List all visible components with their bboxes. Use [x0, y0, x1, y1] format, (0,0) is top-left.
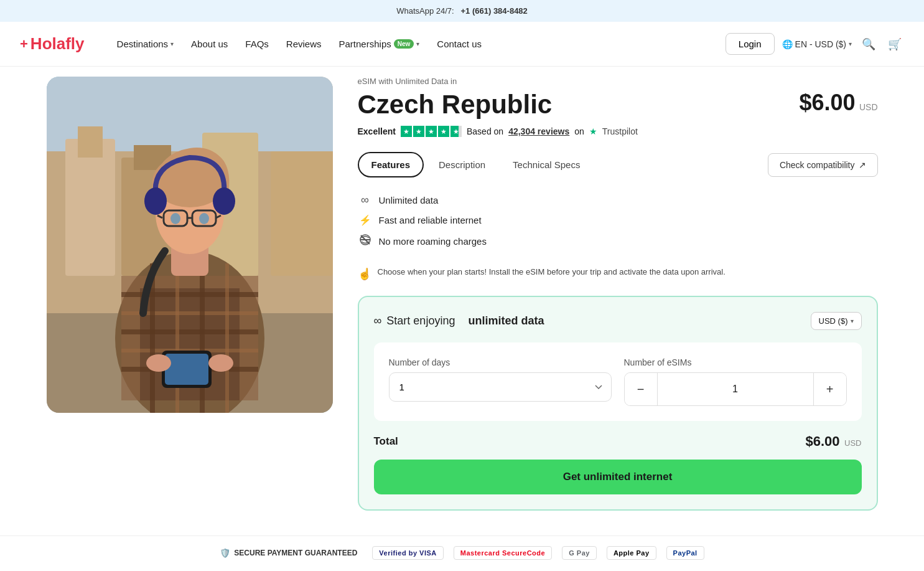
- lightning-icon: ⚡: [358, 214, 373, 226]
- logo[interactable]: +Holafly: [20, 34, 85, 54]
- navigation: +Holafly Destinations ▾ About us FAQs Re…: [0, 22, 924, 67]
- shield-icon: 🛡️: [220, 548, 230, 558]
- esim-counter: − 1 +: [624, 372, 847, 406]
- star-rating: ★ ★ ★ ★ ★: [401, 126, 462, 137]
- check-compatibility-button[interactable]: Check compatibility ↗: [768, 153, 878, 177]
- svg-point-31: [170, 213, 180, 224]
- currency-selector[interactable]: USD ($) ▾: [811, 312, 862, 330]
- check-compat-label: Check compatibility: [780, 160, 855, 170]
- esims-label: Number of eSIMs: [624, 357, 847, 367]
- new-badge: New: [394, 39, 414, 49]
- gpay-logo: G Pay: [562, 546, 597, 560]
- star-4: ★: [438, 126, 449, 137]
- days-label: Number of days: [389, 357, 612, 367]
- nav-destinations[interactable]: Destinations ▾: [110, 34, 182, 54]
- reviews-link[interactable]: 42,304 reviews: [508, 126, 569, 136]
- trustpilot-name: Trustpilot: [602, 126, 638, 136]
- search-icon: 🔍: [862, 38, 875, 50]
- days-selector: Number of days 1 3 5 7 10 14 30: [389, 357, 612, 406]
- tab-description[interactable]: Description: [426, 152, 498, 177]
- feature-item-unlimited: ∞ Unlimited data: [358, 190, 878, 210]
- price-amount: $6.00: [799, 90, 855, 115]
- chevron-down-icon: ▾: [416, 40, 419, 47]
- star-3: ★: [426, 126, 437, 137]
- esim-label: eSIM with Unlimited Data in: [358, 77, 878, 86]
- nav-right: Login 🌐 EN - USD ($) ▾ 🔍 🛒: [726, 33, 904, 55]
- svg-rect-34: [165, 354, 208, 385]
- counter-value: 1: [657, 373, 814, 405]
- unlimited-bold: unlimited data: [468, 314, 544, 328]
- star-1: ★: [401, 126, 412, 137]
- get-internet-button[interactable]: Get unlimited internet: [374, 460, 862, 494]
- install-notice: ☝️ Choose when your plan starts! Install…: [358, 265, 878, 283]
- language-selector[interactable]: 🌐 EN - USD ($) ▾: [782, 39, 852, 49]
- chevron-down-icon: ▾: [849, 40, 852, 47]
- increment-button[interactable]: +: [814, 373, 846, 405]
- star-5: ★: [450, 126, 462, 137]
- search-button[interactable]: 🔍: [859, 35, 878, 54]
- purchase-card: ∞ Start enjoying unlimited data USD ($) …: [358, 296, 878, 511]
- feature-text-roaming: No more roaming charges: [379, 236, 487, 247]
- purchase-card-header: ∞ Start enjoying unlimited data USD ($) …: [374, 312, 862, 330]
- svg-point-35: [146, 354, 171, 372]
- selectors-grid: Number of days 1 3 5 7 10 14 30 Number o…: [389, 357, 847, 406]
- features-list: ∞ Unlimited data ⚡ Fast and reliable int…: [358, 190, 878, 252]
- top-bar: WhatsApp 24/7: +1 (661) 384-8482: [0, 0, 924, 22]
- currency-label: USD ($): [819, 316, 848, 326]
- reviews-row: Excellent ★ ★ ★ ★ ★ Based on 42,304 revi…: [358, 126, 878, 137]
- svg-rect-3: [78, 126, 103, 158]
- lang-label: EN - USD ($): [795, 39, 846, 49]
- product-details: eSIM with Unlimited Data in Czech Republ…: [358, 77, 878, 511]
- footer-bar: 🛡️ SECURE PAYMENT GUARANTEED Verified by…: [0, 536, 924, 570]
- price-currency: USD: [859, 102, 878, 112]
- selectors-row: Number of days 1 3 5 7 10 14 30 Number o…: [374, 342, 862, 421]
- product-price: $6.00 USD: [799, 90, 877, 116]
- main-content: eSIM with Unlimited Data in Czech Republ…: [27, 67, 898, 536]
- chevron-down-icon: ▾: [851, 318, 854, 324]
- nav-links: Destinations ▾ About us FAQs Reviews Par…: [110, 34, 726, 54]
- paypal-logo: PayPal: [666, 546, 704, 560]
- phone-link[interactable]: +1 (661) 384-8482: [461, 6, 528, 16]
- svg-point-24: [144, 187, 167, 215]
- feature-item-roaming: No more roaming charges: [358, 230, 878, 252]
- days-select[interactable]: 1 3 5 7 10 14 30: [389, 372, 612, 402]
- tab-features[interactable]: Features: [358, 152, 424, 177]
- chevron-down-icon: ▾: [170, 40, 174, 47]
- nav-reviews[interactable]: Reviews: [279, 34, 329, 54]
- no-roaming-icon: [358, 234, 373, 248]
- cart-icon: 🛒: [888, 38, 902, 50]
- mastercard-logo: Mastercard SecureCode: [454, 546, 552, 560]
- feature-item-fast: ⚡ Fast and reliable internet: [358, 210, 878, 230]
- cart-button[interactable]: 🛒: [885, 35, 904, 54]
- product-title: Czech Republic: [358, 90, 553, 120]
- svg-point-25: [213, 187, 235, 215]
- nav-partnerships[interactable]: Partnerships New ▾: [332, 34, 427, 54]
- login-button[interactable]: Login: [726, 33, 775, 55]
- trustpilot-star-icon: ★: [589, 126, 597, 136]
- secure-label: SECURE PAYMENT GUARANTEED: [234, 549, 357, 557]
- visa-logo: Verified by VISA: [372, 546, 443, 560]
- total-currency: USD: [844, 438, 861, 448]
- total-price-row: $6.00 USD: [806, 433, 862, 450]
- nav-faqs[interactable]: FAQs: [238, 34, 276, 54]
- svg-rect-2: [65, 139, 115, 276]
- total-row: Total $6.00 USD: [374, 433, 862, 450]
- globe-icon: 🌐: [782, 39, 793, 49]
- unlimited-label: ∞ Start enjoying unlimited data: [374, 314, 544, 328]
- notice-text: Choose when your plan starts! Install th…: [378, 267, 726, 276]
- esims-selector: Number of eSIMs − 1 +: [624, 357, 847, 406]
- svg-rect-7: [271, 151, 333, 276]
- tab-technical-specs[interactable]: Technical Specs: [500, 152, 592, 177]
- product-title-row: Czech Republic $6.00 USD: [358, 90, 878, 120]
- rating-label: Excellent: [358, 126, 396, 136]
- applepay-logo: Apple Pay: [607, 546, 656, 560]
- nav-about[interactable]: About us: [184, 34, 235, 54]
- logo-plus-icon: +: [20, 36, 28, 52]
- infinity-icon-purchase: ∞: [374, 314, 382, 328]
- hand-icon: ☝️: [358, 267, 371, 281]
- svg-point-32: [199, 213, 209, 224]
- reviews-on: on: [574, 126, 584, 136]
- decrement-button[interactable]: −: [625, 373, 657, 405]
- secure-badge: 🛡️ SECURE PAYMENT GUARANTEED: [220, 548, 357, 558]
- nav-contact[interactable]: Contact us: [429, 34, 489, 54]
